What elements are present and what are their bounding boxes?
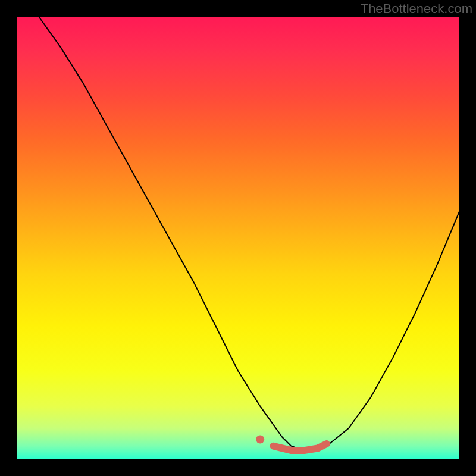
- highlight-segment: [274, 444, 327, 450]
- chart-frame: TheBottleneck.com: [0, 0, 476, 476]
- watermark-text: TheBottleneck.com: [361, 1, 472, 17]
- highlight-start-dot: [256, 436, 264, 444]
- bottleneck-curve: [39, 17, 459, 450]
- plot-svg: [17, 17, 459, 459]
- plot-area: [17, 17, 459, 459]
